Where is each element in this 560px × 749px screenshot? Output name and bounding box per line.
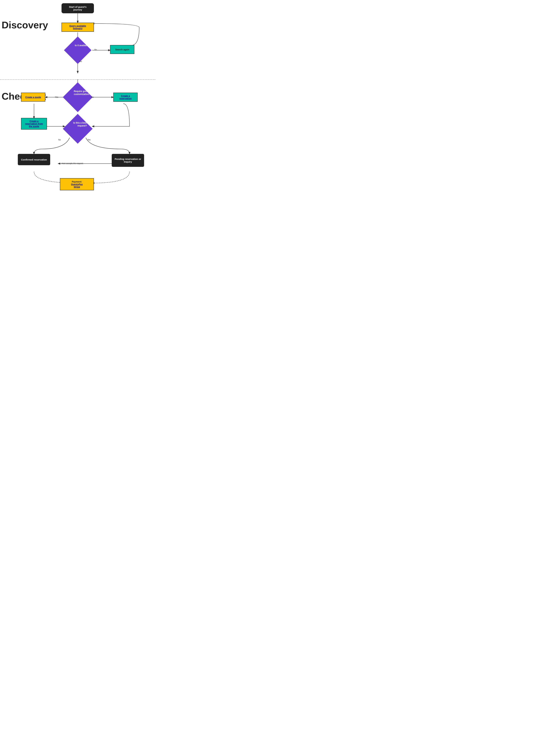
create-reservation-from-quote-node[interactable]: Create a reservation from the quote: [21, 118, 47, 130]
search-again-node[interactable]: Search again: [110, 45, 134, 54]
label-yes-2: Yes: [55, 96, 58, 98]
confirmed-reservation-node: Confirmed reservation: [18, 154, 50, 165]
host-accepts-label: Host accepts the request: [62, 162, 83, 165]
create-reservation-direct-node[interactable]: Create a reservation: [113, 93, 138, 102]
pending-reservation-node: Pending reservation or Inquiry: [112, 154, 144, 167]
section-label-discovery: Discovery: [2, 19, 48, 30]
create-quote-node[interactable]: Create a quote: [21, 93, 45, 102]
label-yes-3: Yes: [87, 138, 91, 141]
diamond-available: Is it available?: [58, 39, 97, 62]
diamond-available-text: Is it available?: [73, 43, 92, 48]
label-yes-1: Yes: [79, 60, 82, 63]
section-divider: [0, 79, 155, 80]
diamond-customization-text: Require greater customization?: [71, 88, 93, 97]
start-node: Start of guest's journey: [62, 3, 94, 13]
label-no-2: No: [91, 96, 94, 98]
label-no-1: No: [94, 49, 97, 51]
diamond-booking-text: Is this a booking request?: [71, 120, 93, 128]
query-node[interactable]: Query available listing(s): [62, 23, 94, 32]
diamond-booking-request: Is this a booking request?: [58, 116, 97, 141]
payment-node[interactable]: Payment: GuestyPay Stripe: [60, 178, 94, 190]
diagram-container: Discovery Start of guest's journey Query…: [0, 0, 155, 211]
label-no-3: No: [58, 138, 61, 141]
